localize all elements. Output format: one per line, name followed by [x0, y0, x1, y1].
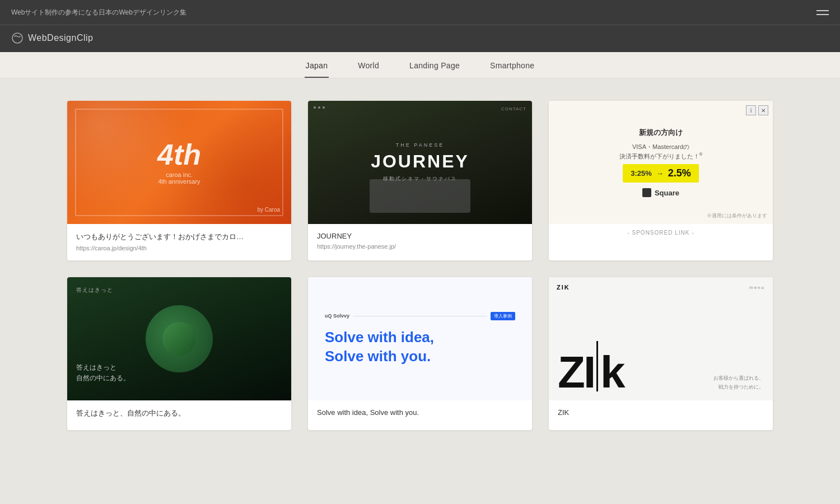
header-tagline: Webサイト制作の参考になる日本のWebデザインリンク集	[11, 8, 186, 17]
sponsored-inner: i ✕ 新規の方向け VISA・Mastercardの決済手数料が下がりました！…	[549, 101, 773, 224]
card-thumb-text: Solve with idea,Solve with you.	[325, 328, 515, 366]
ad-content: 新規の方向け VISA・Mastercardの決済手数料が下がりました！® 3:…	[549, 101, 773, 224]
tab-smartphone[interactable]: Smartphone	[489, 61, 535, 78]
card-thumbnail: ZIK menu Z I k お客様から選ばれる、戦力を持つために。	[549, 277, 773, 400]
tab-japan[interactable]: Japan	[305, 61, 329, 78]
thumb-top-bar: ZIK menu	[557, 284, 765, 291]
list-item[interactable]: ZIK menu Z I k お客様から選ばれる、戦力を持つために。 ZIK	[549, 277, 773, 430]
ad-close-icon[interactable]: ✕	[758, 105, 768, 115]
card-title: いつもありがとうございます！おかげさまでカロ…	[76, 232, 282, 242]
tab-navigation: Japan World Landing Page Smartphone	[0, 52, 840, 78]
logo-text[interactable]: WebDesignClip	[28, 33, 93, 43]
thumb-z: Z	[558, 353, 584, 391]
card-thumb-sub: caroa inc.4th anniversary	[157, 171, 201, 185]
card-title: 答えはきっと、自然の中にある。	[76, 408, 282, 418]
logo-bar: WebDesignClip	[0, 25, 840, 52]
thumb-big-letters: Z I k お客様から選ばれる、戦力を持つために。	[549, 277, 773, 400]
card-title: JOURNEY	[317, 232, 523, 240]
thumb-brand-top: 答えはきっと	[76, 286, 113, 294]
thumb-nav: CONTACT	[314, 106, 526, 111]
list-item[interactable]: uQ Solvvy 導入事例 Solve with idea,Solve wit…	[308, 277, 532, 430]
ad-rate-arrow: →	[656, 169, 664, 178]
ad-headline: VISA・Mastercardの決済手数料が下がりました！®	[619, 142, 703, 161]
card-thumbnail: 4th caroa inc.4th anniversary by Caroa	[67, 101, 291, 224]
card-title: Solve with idea, Solve with you.	[317, 408, 523, 417]
thumb-blue-inner: uQ Solvvy 導入事例 Solve with idea,Solve wit…	[319, 306, 521, 372]
thumb-k: k	[600, 353, 624, 391]
card-thumb-text: 4th	[157, 140, 201, 169]
thumb-sub: 移動式シネマ・サウナバス	[371, 175, 469, 183]
thumb-bus	[370, 179, 470, 213]
card-body: JOURNEY https://journey.the-panese.jp/	[308, 224, 532, 259]
ad-rate-before: 3:25%	[631, 169, 652, 178]
card-grid: 4th caroa inc.4th anniversary by Caroa い…	[67, 101, 773, 430]
card-url: https://caroa.jp/design/4th	[76, 245, 282, 251]
ad-rate-after: 2.5%	[668, 167, 691, 179]
thumb-i: I	[584, 353, 594, 391]
ad-logo: Square	[642, 188, 679, 197]
logo-icon	[11, 32, 24, 44]
card-thumbnail: 答えはきっと 答えはきっと自然の中にある。	[67, 277, 291, 400]
thumb-inner-circle	[162, 322, 196, 356]
ad-rate-badge: 3:25% → 2.5%	[623, 164, 699, 183]
hamburger-menu[interactable]	[816, 10, 829, 15]
card-thumbnail: uQ Solvvy 導入事例 Solve with idea,Solve wit…	[308, 277, 532, 400]
card-thumbnail: THE PANESE JOURNEY 移動式シネマ・サウナバス CONTACT	[308, 101, 532, 224]
thumb-corner-text: by Caroa	[257, 207, 280, 213]
list-item[interactable]: 答えはきっと 答えはきっと自然の中にある。 答えはきっと、自然の中にある。	[67, 277, 291, 430]
thumb-nav-mock: uQ Solvvy 導入事例	[325, 312, 515, 320]
thumb-divider	[596, 341, 598, 391]
thumb-brand: THE PANESE	[371, 142, 469, 148]
thumb-right-text: お客様から選ばれる、戦力を持つために。	[713, 374, 764, 391]
main-content: 4th caroa inc.4th anniversary by Caroa い…	[56, 78, 784, 452]
tab-world[interactable]: World	[357, 61, 380, 78]
ad-title: 新規の方向け	[639, 128, 683, 138]
ad-disclaimer: ※適用には条件があります	[707, 212, 767, 220]
list-item[interactable]: 4th caroa inc.4th anniversary by Caroa い…	[67, 101, 291, 260]
top-header: Webサイト制作の参考になる日本のWebデザインリンク集	[0, 0, 840, 25]
card-body: いつもありがとうございます！おかげさまでカロ… https://caroa.jp…	[67, 224, 291, 260]
thumb-circle	[146, 305, 213, 372]
hamburger-line-1	[816, 10, 829, 11]
ad-logo-name: Square	[655, 189, 679, 197]
square-logo-icon	[642, 188, 651, 197]
tab-landing-page[interactable]: Landing Page	[408, 61, 461, 78]
hamburger-line-2	[816, 14, 829, 15]
ad-badge: i ✕	[746, 105, 768, 115]
card-title: ZIK	[558, 408, 764, 417]
sponsored-card: i ✕ 新規の方向け VISA・Mastercardの決済手数料が下がりました！…	[549, 101, 773, 260]
card-body: Solve with idea, Solve with you.	[308, 400, 532, 428]
card-body: ZIK	[549, 400, 773, 428]
list-item[interactable]: THE PANESE JOURNEY 移動式シネマ・サウナバス CONTACT …	[308, 101, 532, 260]
thumb-copy: 答えはきっと自然の中にある。	[76, 362, 130, 384]
sponsored-label: - SPONSORED LINK -	[549, 224, 773, 241]
card-url: https://journey.the-panese.jp/	[317, 243, 523, 250]
svg-point-0	[12, 33, 22, 43]
ad-info-icon[interactable]: i	[746, 105, 756, 115]
card-body: 答えはきっと、自然の中にある。	[67, 400, 291, 430]
card-thumb-text: JOURNEY	[371, 151, 469, 172]
